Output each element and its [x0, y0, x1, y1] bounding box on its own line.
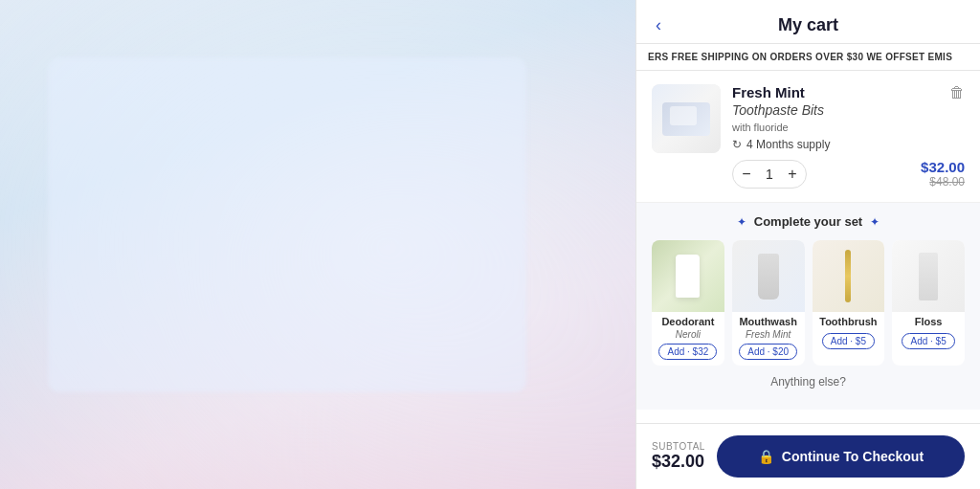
cart-body: 🗑 Fresh Mint Toothpaste Bits with fluori…	[636, 71, 980, 423]
toothbrush-name: Toothbrush	[813, 312, 885, 328]
anything-else-text: Anything else?	[652, 366, 965, 398]
cart-title: My cart	[778, 15, 838, 35]
checkout-label: Continue To Checkout	[782, 449, 924, 464]
cart-item-inner: Fresh Mint Toothpaste Bits with fluoride…	[652, 84, 965, 189]
set-product-floss: Floss Add · $5	[892, 240, 965, 366]
cart-footer: SUBTOTAL $32.00 🔒 Continue To Checkout	[636, 423, 980, 489]
mouthwash-name: Mouthwash	[732, 312, 805, 328]
toothbrush-sub	[813, 328, 885, 329]
back-button[interactable]: ‹	[652, 11, 665, 39]
product-visual	[662, 102, 710, 136]
cart-header: ‹ My cart	[636, 0, 980, 44]
bg-overlay	[48, 57, 526, 392]
deodorant-visual	[652, 240, 724, 312]
toothbrush-visual	[813, 240, 885, 312]
product-image-inner	[652, 84, 721, 153]
cart-panel: ‹ My cart ERS FREE SHIPPING ON ORDERS OV…	[635, 0, 980, 489]
sparkle-left-icon: ✦	[737, 215, 746, 229]
set-product-deodorant: Deodorant Neroli Add · $32	[652, 240, 724, 366]
promo-bar: ERS FREE SHIPPING ON ORDERS OVER $30 WE …	[636, 44, 980, 71]
qty-decrease-button[interactable]: −	[733, 161, 760, 188]
deodorant-name: Deodorant	[652, 312, 724, 328]
deodorant-sub: Neroli	[652, 328, 724, 340]
item-variant: Toothpaste Bits	[732, 101, 965, 119]
floss-image	[892, 240, 965, 312]
lock-icon: 🔒	[758, 449, 774, 464]
mouthwash-sub: Fresh Mint	[732, 328, 805, 340]
floss-name: Floss	[892, 312, 965, 328]
price-block: $32.00 $48.00	[921, 159, 965, 189]
product-image	[652, 84, 721, 153]
set-product-mouthwash: Mouthwash Fresh Mint Add · $20	[732, 240, 805, 366]
supply-text: 4 Months supply	[746, 138, 830, 151]
background-area	[0, 0, 641, 489]
subtotal-value: $32.00	[652, 452, 705, 472]
price-original: $48.00	[921, 175, 965, 189]
floss-visual	[892, 240, 965, 312]
complete-your-set-section: ✦ Complete your set ✦ Deodorant Neroli A…	[636, 203, 980, 410]
checkout-button[interactable]: 🔒 Continue To Checkout	[717, 435, 965, 478]
deodorant-image	[652, 240, 724, 312]
add-deodorant-button[interactable]: Add · $32	[658, 344, 717, 360]
add-toothbrush-button[interactable]: Add · $5	[822, 333, 875, 349]
complete-set-header: ✦ Complete your set ✦	[652, 214, 965, 229]
item-sub: with fluoride	[732, 122, 965, 133]
item-name: Fresh Mint	[732, 84, 965, 101]
subtotal-label: SUBTOTAL	[652, 441, 705, 452]
complete-set-title: Complete your set	[754, 214, 862, 229]
qty-increase-button[interactable]: +	[779, 161, 806, 188]
mouthwash-image	[732, 240, 805, 312]
cart-item-info: Fresh Mint Toothpaste Bits with fluoride…	[732, 84, 965, 189]
subtotal-block: SUBTOTAL $32.00	[652, 441, 705, 472]
set-product-toothbrush: Toothbrush Add · $5	[813, 240, 885, 366]
price-current: $32.00	[921, 159, 965, 175]
supply-row: ↻ 4 Months supply	[732, 138, 965, 151]
cart-item: 🗑 Fresh Mint Toothpaste Bits with fluori…	[636, 71, 980, 203]
quantity-control: − 1 +	[732, 160, 807, 189]
delete-button[interactable]: 🗑	[949, 84, 965, 101]
mouthwash-visual	[732, 240, 805, 312]
item-bottom: − 1 + $32.00 $48.00	[732, 159, 965, 189]
qty-value: 1	[760, 167, 779, 182]
refresh-icon: ↻	[732, 138, 742, 151]
add-floss-button[interactable]: Add · $5	[902, 333, 954, 349]
set-products-list: Deodorant Neroli Add · $32 Mouthwash Fre…	[652, 240, 965, 366]
toothbrush-image	[813, 240, 885, 312]
add-mouthwash-button[interactable]: Add · $20	[739, 344, 797, 360]
sparkle-right-icon: ✦	[870, 215, 880, 229]
floss-sub	[892, 328, 965, 329]
